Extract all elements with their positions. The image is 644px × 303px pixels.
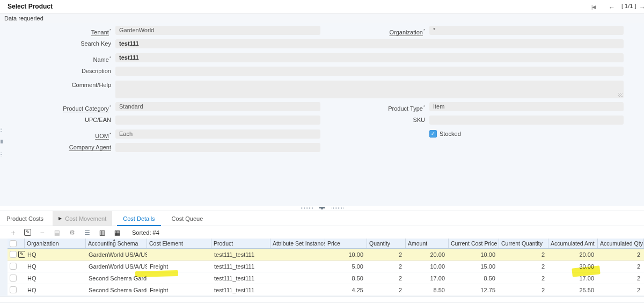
cell-organization: HQ: [25, 284, 86, 296]
header-current-quantity[interactable]: Current Quantity: [499, 239, 548, 248]
header-cost-element[interactable]: Cost Element: [147, 239, 211, 248]
product-type-field[interactable]: Item: [429, 102, 624, 111]
cell-accumulated-amt: 17.00: [548, 272, 598, 284]
stocked-checkbox[interactable]: ✓: [429, 130, 437, 138]
cell-product: test111_test111: [211, 261, 270, 272]
table-row[interactable]: HQGardenWorld US/A/US D...Freighttest111…: [8, 261, 644, 272]
previous-record-icon[interactable]: ←: [609, 3, 615, 10]
cell-accumulated-qty: 2: [598, 261, 644, 272]
cell-product: test111_test111: [211, 249, 270, 261]
cell-accumulated-amt: 30.00: [548, 261, 598, 272]
tenant-field[interactable]: GardenWorld: [115, 26, 320, 35]
cell-organization: HQ: [25, 249, 86, 261]
row-select-cell: [8, 263, 25, 270]
row-select-cell: [8, 286, 25, 293]
name-field[interactable]: test111: [115, 53, 624, 62]
stocked-checkbox-row: ✓ Stocked: [429, 130, 461, 138]
search-key-field[interactable]: test111: [115, 39, 624, 48]
tab-cost-details[interactable]: Cost Details: [117, 211, 160, 226]
header-accumulated-amt[interactable]: Accumulated Amt: [548, 239, 598, 248]
header-organization[interactable]: Organization: [25, 239, 86, 248]
select-all-checkbox[interactable]: [10, 240, 17, 247]
cell-product: test111_test111: [211, 272, 270, 284]
cell-accumulated-amt: 20.00: [548, 249, 598, 261]
header-amount[interactable]: Amount: [406, 239, 449, 248]
list-icon[interactable]: ☰: [83, 229, 91, 236]
product-category-label[interactable]: Product Category*: [0, 102, 111, 113]
table-row[interactable]: HQSecond Schema Garden...Freighttest111_…: [8, 284, 644, 296]
company-agent-label[interactable]: Company Agent: [0, 143, 111, 152]
header-quantity[interactable]: Quantity: [367, 239, 406, 248]
split-columns-icon[interactable]: ▥: [98, 229, 106, 236]
select-product-window: Select Product |◀ ← [ 1/1 ] → Data reque…: [0, 0, 644, 303]
splitter-grip-dots: [301, 207, 313, 209]
grid-body: ✎HQGardenWorld US/A/US D...test111_test1…: [0, 249, 644, 297]
next-record-icon[interactable]: →: [639, 3, 644, 10]
table-row[interactable]: ✎HQGardenWorld US/A/US D...test111_test1…: [8, 249, 644, 261]
cell-current-quantity: 2: [499, 284, 548, 296]
splitter-grip-dots: [332, 207, 343, 209]
add-icon[interactable]: +: [9, 229, 17, 236]
edit-icon[interactable]: ✎: [24, 229, 31, 236]
organization-field[interactable]: *: [429, 26, 624, 35]
table-row[interactable]: HQSecond Schema Garden...test111_test111…: [8, 272, 644, 284]
company-agent-field[interactable]: [115, 143, 320, 152]
row-select-cell: ✎: [8, 251, 25, 258]
page-title: Select Product: [8, 3, 53, 10]
upc-ean-field[interactable]: [115, 116, 320, 125]
row-checkbox[interactable]: [10, 263, 17, 270]
header-attribute-set-instance[interactable]: Attribute Set Instance: [270, 239, 325, 248]
header-current-cost-price[interactable]: Current Cost Price: [449, 239, 499, 248]
detail-tab-bar: Product Costs ▶Cost Movement Cost Detail…: [0, 211, 644, 226]
cell-amount: 8.50: [406, 284, 449, 296]
cell-accumulated-qty: 2: [598, 272, 644, 284]
description-field[interactable]: [115, 67, 624, 76]
delete-icon[interactable]: −: [38, 229, 46, 236]
comment-help-field[interactable]: [115, 81, 624, 98]
status-bar: Data requeried: [0, 13, 644, 23]
header-accumulated-qty[interactable]: Accumulated Qty: [598, 239, 644, 248]
cell-accumulated-qty: 2: [598, 284, 644, 296]
row-checkbox[interactable]: [10, 286, 17, 293]
grid-left-gutter: [0, 239, 8, 296]
row-select-cell: [8, 275, 25, 282]
header-price[interactable]: Price: [325, 239, 367, 248]
settings-icon[interactable]: ⚙: [68, 229, 76, 236]
cell-price: 10.00: [325, 249, 367, 261]
detail-panel: Product Costs ▶Cost Movement Cost Detail…: [0, 211, 644, 302]
first-record-icon[interactable]: |◀: [591, 4, 595, 10]
cell-price: 8.50: [325, 272, 367, 284]
collapsed-arrow-icon: ▶: [58, 216, 62, 221]
uom-field[interactable]: Each: [115, 129, 320, 139]
header-product[interactable]: Product: [211, 239, 270, 248]
sku-field[interactable]: [429, 116, 624, 125]
horizontal-splitter-handle[interactable]: [0, 206, 644, 211]
product-category-field[interactable]: Standard: [115, 102, 320, 111]
row-checkbox[interactable]: [10, 251, 17, 258]
textarea-resize-grip[interactable]: [618, 93, 623, 97]
tab-product-costs[interactable]: Product Costs: [1, 211, 49, 226]
save-icon[interactable]: ▤: [53, 229, 61, 236]
description-label: Description: [0, 67, 111, 76]
grid-header-row: Organization Accounting Schema▲ Cost Ele…: [8, 239, 644, 249]
tenant-label[interactable]: Tenant*: [0, 26, 111, 37]
cell-current-cost-price: 12.75: [449, 284, 499, 296]
header-accounting-schema[interactable]: Accounting Schema▲: [86, 239, 147, 248]
tab-cost-movement[interactable]: ▶Cost Movement: [53, 211, 112, 226]
vertical-splitter-handle[interactable]: [1, 128, 3, 158]
cell-accounting-schema: Second Schema Garden...: [86, 272, 147, 284]
cost-details-grid: Organization Accounting Schema▲ Cost Ele…: [0, 239, 644, 297]
cell-accounting-schema: GardenWorld US/A/US D...: [86, 249, 147, 261]
cell-accumulated-amt: 25.50: [548, 284, 598, 296]
row-checkbox[interactable]: [10, 275, 17, 282]
tab-cost-queue[interactable]: Cost Queue: [166, 211, 209, 226]
cell-quantity: 2: [367, 284, 406, 296]
uom-label[interactable]: UOM*: [0, 129, 111, 141]
edit-row-icon[interactable]: ✎: [18, 251, 25, 258]
sorted-indicator: Sorted: #4: [132, 229, 159, 236]
organization-label[interactable]: Organization*: [314, 26, 425, 37]
cell-current-quantity: 2: [499, 261, 548, 272]
record-indicator: [ 1/1 ]: [621, 3, 636, 9]
splitter-collapse-icon[interactable]: [319, 207, 325, 210]
grid-mode-icon[interactable]: ▦: [113, 229, 121, 236]
